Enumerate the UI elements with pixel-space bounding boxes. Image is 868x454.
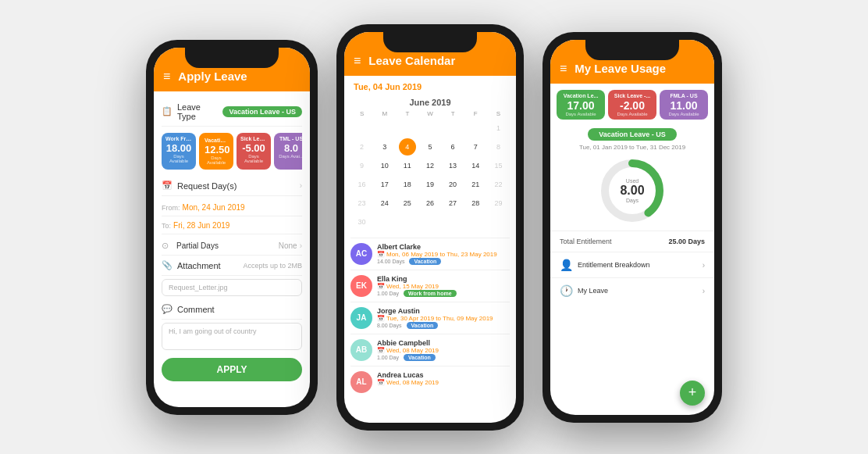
event-days-row: 1.00 DayWork from home — [377, 290, 457, 297]
cal-day[interactable]: 13 — [444, 157, 461, 174]
day-header-w: W — [418, 110, 441, 117]
cal-day[interactable]: 26 — [422, 195, 439, 212]
leave-card-tml-value: 8.0 — [278, 142, 302, 155]
cal-day[interactable]: 5 — [422, 138, 439, 156]
cal-day[interactable]: 9 — [354, 157, 371, 174]
apply-leave-content: 📋 Leave Type Vacation Leave - US Work Fr… — [154, 91, 310, 393]
day-header-s1: S — [350, 110, 373, 117]
leave-card-vacation[interactable]: Vacation L... 12.50 Days Available — [199, 133, 233, 170]
leave-card-vacation-label: Vacation L... — [205, 138, 228, 143]
date-fields: From: Mon, 24 Jun 2019 To: Fri, 28 Jun 2… — [162, 196, 302, 237]
request-days-row[interactable]: 📅 Request Day(s) › — [162, 176, 302, 196]
calendar-grid: June 2019 S M T W T F S 1234567891011121… — [344, 95, 516, 234]
cal-day[interactable]: 21 — [467, 176, 484, 193]
cal-day[interactable]: 7 — [467, 138, 484, 156]
usage-card-sick-value: -2.00 — [612, 99, 653, 113]
event-days-text: 8.00 Days — [377, 323, 402, 328]
event-item[interactable]: EKElla King📅 Wed, 15 May 20191.00 DayWor… — [350, 270, 510, 302]
entitlement-breakdown-row[interactable]: 👤 Entitlement Breakdown › — [550, 252, 714, 277]
leave-card-tml-sub: Days Avai... — [278, 154, 302, 159]
event-badge: Work from home — [404, 290, 457, 297]
fab-button[interactable]: + — [680, 381, 705, 406]
menu-icon-2[interactable]: ≡ — [354, 54, 361, 68]
cal-day[interactable]: 15 — [489, 157, 507, 174]
cal-day[interactable]: 8 — [489, 138, 507, 156]
selected-leave-type[interactable]: Vacation Leave - US — [550, 126, 714, 141]
total-entitlement-value: 25.00 Days — [668, 238, 705, 245]
apply-button[interactable]: APPLY — [162, 358, 302, 381]
event-date-text: Tue, 30 Apr 2019 to Thu, 09 May 2019 — [386, 315, 493, 322]
usage-cards: Vacation Le... 17.00 Days Available Sick… — [550, 84, 714, 125]
event-badge: Vacation — [404, 354, 436, 361]
cal-day[interactable]: 10 — [376, 157, 393, 174]
cal-day[interactable]: 27 — [444, 195, 461, 212]
day-header-s2: S — [487, 110, 510, 117]
cal-day[interactable]: 12 — [422, 157, 439, 174]
usage-card-fmla[interactable]: FMLA - US 11.00 Days Available — [660, 90, 708, 120]
from-label: From: — [162, 204, 180, 212]
phone1-notch — [185, 48, 279, 68]
leave-type-label: Leave Type — [177, 102, 218, 121]
cal-day[interactable]: 29 — [489, 195, 507, 212]
event-item[interactable]: ALAndrea Lucas📅 Wed, 08 May 2019 — [350, 366, 510, 398]
comment-input[interactable]: Hi, I am going out of country — [162, 323, 302, 350]
event-info: Andrea Lucas📅 Wed, 08 May 2019 — [377, 371, 439, 386]
menu-icon[interactable]: ≡ — [163, 70, 170, 84]
event-info: Albert Clarke📅 Mon, 06 May 2019 to Thu, … — [377, 243, 497, 265]
comment-icon: 💬 — [162, 304, 173, 314]
event-date-text: Wed, 08 May 2019 — [386, 347, 439, 354]
cal-day[interactable]: 2 — [354, 138, 371, 156]
cal-day[interactable]: 19 — [422, 176, 439, 193]
cal-day[interactable]: 3 — [376, 138, 393, 156]
cal-day[interactable]: 22 — [489, 176, 507, 193]
menu-icon-3[interactable]: ≡ — [560, 62, 567, 76]
cal-day[interactable]: 17 — [376, 176, 393, 193]
cal-day[interactable]: 6 — [444, 138, 461, 156]
cal-day[interactable]: 18 — [399, 176, 416, 193]
entitlement-breakdown-label: Entitlement Breakdown — [578, 261, 650, 269]
cal-day — [376, 213, 393, 231]
from-field: From: Mon, 24 Jun 2019 — [162, 198, 302, 216]
leave-card-tml[interactable]: TML - US 8.0 Days Avai... — [274, 133, 302, 170]
usage-card-sick[interactable]: Sick Leave -... -2.00 Days Available — [608, 90, 656, 120]
usage-card-fmla-value: 11.00 — [663, 99, 704, 113]
my-leave-row[interactable]: 🕐 My Leave › — [550, 277, 714, 303]
cal-day[interactable]: 30 — [354, 213, 371, 231]
event-item[interactable]: ACAlbert Clarke📅 Mon, 06 May 2019 to Thu… — [350, 238, 510, 270]
month-title: June 2019 — [350, 98, 510, 107]
usage-card-fmla-label: FMLA - US — [663, 93, 704, 98]
leave-card-sick[interactable]: Sick Leave -5.00 Days Available — [237, 133, 271, 170]
cal-day[interactable]: 11 — [399, 157, 416, 174]
leave-type-value[interactable]: Vacation Leave - US — [222, 106, 302, 117]
event-date-row: 📅 Mon, 06 May 2019 to Thu, 23 May 2019 — [377, 251, 497, 258]
cal-day[interactable]: 16 — [354, 176, 371, 193]
donut-used-value: 8.00 — [620, 184, 644, 198]
cal-day[interactable]: 24 — [376, 195, 393, 212]
cal-day[interactable]: 4 — [399, 138, 416, 156]
cal-day[interactable]: 1 — [489, 120, 507, 137]
cal-day[interactable]: 23 — [354, 195, 371, 212]
cal-day[interactable]: 28 — [467, 195, 484, 212]
comment-label: Comment — [177, 305, 302, 314]
day-header-t1: T — [396, 110, 418, 117]
day-header-f: F — [464, 110, 487, 117]
cal-day[interactable]: 20 — [444, 176, 461, 193]
leave-card-vacation-sub: Days Available — [205, 156, 228, 165]
cal-day[interactable]: 14 — [467, 157, 484, 174]
event-item[interactable]: ABAbbie Campbell📅 Wed, 08 May 20191.00 D… — [350, 334, 510, 366]
partial-chevron-icon: › — [300, 241, 302, 250]
request-days-label: Request Day(s) — [177, 181, 295, 191]
leave-card-work[interactable]: Work From 18.00 Days Available — [162, 133, 196, 170]
attachment-hint: Accepts up to 2MB — [243, 262, 302, 270]
calendar-days: 1234567891011121314151617181920212223242… — [350, 119, 510, 231]
event-avatar: EK — [350, 275, 372, 297]
event-item[interactable]: JAJorge Austin📅 Tue, 30 Apr 2019 to Thu,… — [350, 302, 510, 334]
event-avatar: AC — [350, 243, 372, 265]
attachment-file-field[interactable]: Request_Letter.jpg — [162, 279, 302, 296]
cal-day[interactable]: 25 — [399, 195, 416, 212]
usage-card-vacation[interactable]: Vacation Le... 17.00 Days Available — [557, 90, 605, 120]
phone-leave-calendar: ≡ Leave Calendar Tue, 04 Jun 2019 June 2… — [336, 24, 524, 431]
cal-day — [444, 213, 461, 231]
partial-days-row[interactable]: ⊙ Partial Days None › — [162, 237, 302, 256]
calendar-content: Tue, 04 Jun 2019 June 2019 S M T W T F S… — [344, 76, 516, 401]
